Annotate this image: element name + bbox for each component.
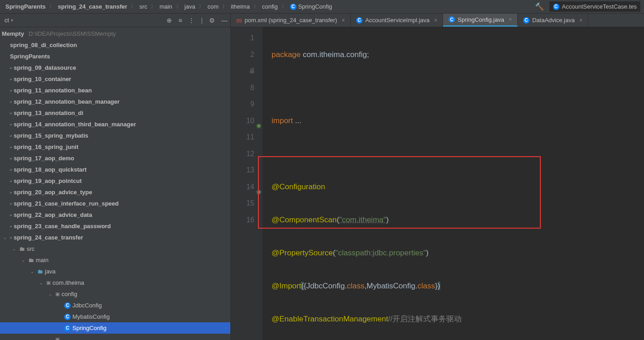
tree-module[interactable]: ▫spring_14_annotation_third_bean_manager: [0, 119, 230, 130]
tree-module[interactable]: ▫spring_11_annotation_bean: [0, 85, 230, 96]
crumb-2[interactable]: src: [138, 2, 149, 11]
line-number: 1: [234, 30, 254, 47]
tree-module-expanded[interactable]: ⌄▫spring_24_case_transfer: [0, 232, 230, 243]
tree-class-selected[interactable]: CSpringConfig: [0, 322, 230, 334]
module-icon: ▫: [10, 235, 12, 241]
class-icon: C: [64, 314, 71, 320]
crumb-0[interactable]: SpringParents: [4, 2, 48, 11]
module-icon: ▫: [10, 65, 12, 71]
tree-module[interactable]: ▫spring_20_aop_advice_type: [0, 187, 230, 198]
line-number: 16: [234, 212, 254, 229]
code-editor[interactable]: 1 2 ⊞3 8 9 ❀10 11 12 13 ❀14 15 16 packag…: [231, 27, 644, 340]
line-number: ⊞3: [234, 63, 254, 80]
tab-accountserviceimpl[interactable]: CAccountServiceImpl.java×: [351, 14, 443, 27]
module-icon: ▫: [10, 110, 12, 116]
locate-icon[interactable]: ⊕: [167, 17, 172, 24]
module-icon: ▫: [10, 212, 12, 218]
run-config-tab[interactable]: C AccountServiceTestCase.tes: [549, 1, 640, 12]
line-number: 8: [234, 80, 254, 96]
gutter: 1 2 ⊞3 8 9 ❀10 11 12 13 ❀14 15 16: [231, 27, 262, 340]
close-icon[interactable]: ×: [434, 17, 437, 24]
tree-module[interactable]: ▫spring_15_spring_mybatis: [0, 130, 230, 141]
tree-module[interactable]: ▫spring_16_spring_junit: [0, 141, 230, 153]
tree-folder-src[interactable]: ⌄🖿src: [0, 243, 230, 254]
line-number: ❀10: [234, 113, 254, 129]
breadcrumb: SpringParents〉 spring_24_case_transfer〉 …: [4, 2, 334, 11]
crumb-8[interactable]: CSpringConfig: [288, 2, 334, 11]
tree-module[interactable]: ▫spring_17_aop_demo: [0, 153, 230, 164]
line-number: 11: [234, 129, 254, 146]
settings-icon[interactable]: ⚙: [209, 17, 215, 24]
module-icon: ▫: [10, 99, 12, 105]
close-icon[interactable]: ×: [509, 16, 512, 23]
close-icon[interactable]: ×: [579, 17, 582, 24]
tree-module[interactable]: ▫spring_10_container: [0, 73, 230, 85]
maven-icon: m: [236, 17, 242, 24]
chevron-icon: 〉: [131, 3, 136, 10]
chevron-icon: 〉: [176, 3, 181, 10]
code-content[interactable]: package com.itheima.config; import ... @…: [262, 27, 644, 340]
spring-bean-icon[interactable]: ❀: [255, 184, 262, 190]
tree-module[interactable]: ▫spring_18_aop_quickstart: [0, 164, 230, 175]
module-icon: ▫: [10, 223, 12, 230]
module-icon: ▫: [10, 76, 12, 82]
crumb-4[interactable]: java: [183, 2, 197, 11]
tree-module[interactable]: ▫spring_22_aop_advice_data: [0, 209, 230, 220]
fold-plus-icon[interactable]: ⊞: [249, 63, 253, 80]
module-icon: ▫: [10, 133, 12, 139]
crumb-6[interactable]: itheima: [229, 2, 252, 11]
spring-leaf-icon[interactable]: ❀: [255, 118, 262, 124]
module-icon: ▫: [10, 155, 12, 162]
line-number: 2: [234, 47, 254, 63]
expand-all-icon[interactable]: ≡: [178, 17, 182, 24]
tree-folder-java[interactable]: ⌄🖿java: [0, 266, 230, 277]
folder-icon: 🖿: [19, 245, 25, 252]
tree-package-config[interactable]: ⌄▣config: [0, 288, 230, 300]
tree-module[interactable]: SpringParents: [0, 51, 230, 62]
class-icon: C: [523, 17, 530, 24]
source-folder-icon: 🖿: [37, 268, 43, 275]
class-icon: C: [448, 16, 455, 23]
module-icon: ▫: [10, 144, 12, 150]
chevron-icon: 〉: [253, 3, 258, 10]
folder-icon: 🖿: [28, 257, 34, 263]
project-view-selector[interactable]: ct▾: [3, 17, 13, 24]
tree-module[interactable]: spring_08_di_collection: [0, 39, 230, 51]
tree-module[interactable]: ▫spring_13_annotation_di: [0, 107, 230, 119]
crumb-5[interactable]: com: [205, 2, 220, 11]
tree-module[interactable]: ▫spring_09_datasource: [0, 62, 230, 73]
tree-module[interactable]: ▫spring_21_case_interface_run_speed: [0, 198, 230, 209]
module-icon: ▫: [10, 178, 12, 184]
class-icon: C: [553, 4, 559, 10]
tab-pom[interactable]: mpom.xml (spring_24_case_transfer)×: [231, 14, 351, 27]
package-icon: ▣: [55, 291, 60, 297]
crumb-3[interactable]: main: [157, 2, 174, 11]
class-icon: C: [64, 325, 71, 331]
tree-folder-main[interactable]: ⌄🖿main: [0, 254, 230, 266]
crumb-7[interactable]: config: [260, 2, 280, 11]
build-icon[interactable]: 🔨: [535, 2, 544, 11]
tree-package[interactable]: ⌄▣: [0, 334, 230, 340]
project-toolbar: ct▾ ⊕ ≡ ⋮ | ⚙ —: [0, 14, 230, 27]
tree-package[interactable]: ⌄▣com.itheima: [0, 277, 230, 288]
class-icon: C: [356, 17, 363, 24]
tree-class[interactable]: CJdbcConfig: [0, 300, 230, 311]
tab-springconfig[interactable]: CSpringConfig.java×: [443, 14, 518, 27]
module-icon: ▫: [10, 121, 12, 128]
collapse-all-icon[interactable]: ⋮: [188, 17, 195, 24]
crumb-1[interactable]: spring_24_case_transfer: [56, 2, 129, 11]
chevron-icon: 〉: [222, 3, 227, 10]
tree-class[interactable]: CMybatisConfig: [0, 311, 230, 322]
project-tree[interactable]: Mempty D:\IDEAProjects\SSM\SSMempty spri…: [0, 27, 230, 340]
tree-root[interactable]: Mempty D:\IDEAProjects\SSM\SSMempty: [0, 28, 230, 39]
editor-tabs: mpom.xml (spring_24_case_transfer)× CAcc…: [231, 14, 644, 27]
top-right-tools: 🔨 C AccountServiceTestCase.tes: [535, 1, 640, 12]
tree-module[interactable]: ▫spring_19_aop_pointcut: [0, 175, 230, 187]
project-root-path: D:\IDEAProjects\SSM\SSMempty: [29, 30, 116, 37]
hide-icon[interactable]: —: [221, 17, 228, 24]
module-icon: ▫: [10, 87, 12, 94]
tree-module[interactable]: ▫spring_12_annotation_bean_manager: [0, 96, 230, 107]
close-icon[interactable]: ×: [342, 17, 345, 24]
tab-dataadvice[interactable]: CDataAdvice.java×: [518, 14, 588, 27]
tree-module[interactable]: ▫spring_23_case_handle_password: [0, 220, 230, 232]
